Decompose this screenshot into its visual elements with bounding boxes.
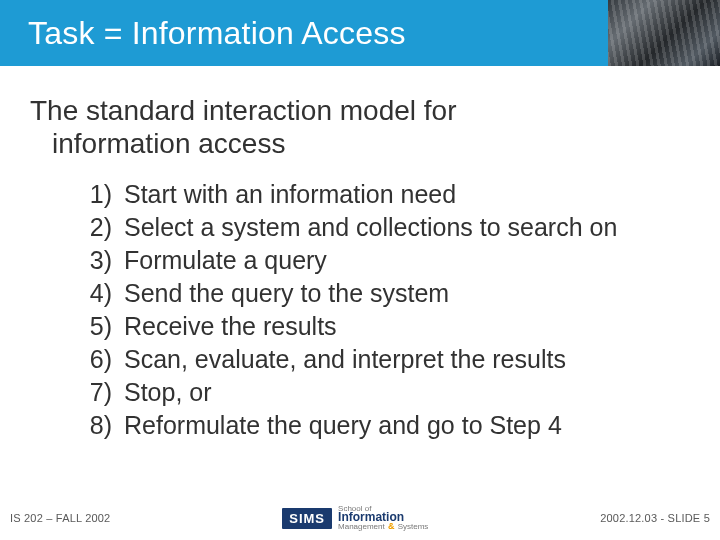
step-text: Select a system and collections to searc… xyxy=(124,211,698,244)
step-number: 1) xyxy=(84,178,124,211)
sims-bot: Management & Systems xyxy=(338,523,428,531)
footer-logo: SIMS School of Information Management & … xyxy=(282,506,428,531)
list-item: 3) Formulate a query xyxy=(84,244,698,277)
list-item: 2) Select a system and collections to se… xyxy=(84,211,698,244)
step-text: Send the query to the system xyxy=(124,277,698,310)
step-text: Stop, or xyxy=(124,376,698,409)
title-bar: Task = Information Access xyxy=(0,0,720,66)
sims-bot-post: Systems xyxy=(395,522,428,531)
step-number: 6) xyxy=(84,343,124,376)
steps-list: 1) Start with an information need 2) Sel… xyxy=(30,178,698,442)
lead-line-1: The standard interaction model for xyxy=(30,95,456,126)
title-photo xyxy=(608,0,720,66)
slide-title: Task = Information Access xyxy=(0,15,406,52)
step-text: Receive the results xyxy=(124,310,698,343)
step-number: 7) xyxy=(84,376,124,409)
slide: Task = Information Access The standard i… xyxy=(0,0,720,540)
step-number: 5) xyxy=(84,310,124,343)
step-number: 3) xyxy=(84,244,124,277)
sims-bot-pre: Management xyxy=(338,522,387,531)
list-item: 7) Stop, or xyxy=(84,376,698,409)
step-text: Start with an information need xyxy=(124,178,698,211)
list-item: 1) Start with an information need xyxy=(84,178,698,211)
footer-right: 2002.12.03 - SLIDE 5 xyxy=(600,512,710,524)
lead-line-2: information access xyxy=(30,127,698,160)
list-item: 5) Receive the results xyxy=(84,310,698,343)
step-number: 4) xyxy=(84,277,124,310)
step-text: Formulate a query xyxy=(124,244,698,277)
list-item: 6) Scan, evaluate, and interpret the res… xyxy=(84,343,698,376)
slide-body: The standard interaction model for infor… xyxy=(0,66,720,442)
list-item: 4) Send the query to the system xyxy=(84,277,698,310)
step-number: 2) xyxy=(84,211,124,244)
step-text: Scan, evaluate, and interpret the result… xyxy=(124,343,698,376)
sims-text: School of Information Management & Syste… xyxy=(338,506,428,531)
lead-text: The standard interaction model for infor… xyxy=(30,94,698,160)
step-number: 8) xyxy=(84,409,124,442)
footer-left: IS 202 – FALL 2002 xyxy=(10,512,110,524)
sims-mark: SIMS xyxy=(282,508,332,529)
footer: IS 202 – FALL 2002 SIMS School of Inform… xyxy=(0,504,720,532)
list-item: 8) Reformulate the query and go to Step … xyxy=(84,409,698,442)
step-text: Reformulate the query and go to Step 4 xyxy=(124,409,698,442)
